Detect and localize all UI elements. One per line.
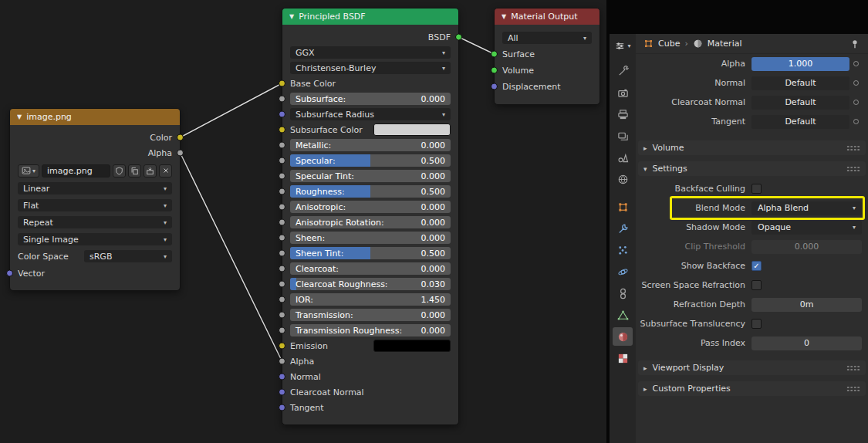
extension-dropdown[interactable]: Repeat ▾: [18, 216, 172, 228]
collapse-arrow-icon[interactable]: ▼: [502, 13, 506, 20]
anisotropic-input-socket[interactable]: [279, 204, 285, 211]
subsurface-slider[interactable]: Subsurface: 0.000: [290, 93, 451, 105]
metallic-input-socket[interactable]: [279, 142, 285, 149]
subsurface-input-socket[interactable]: [279, 96, 285, 103]
panel-settings[interactable]: ▾ Settings: [638, 161, 866, 176]
color-space-dropdown[interactable]: sRGB ▾: [84, 250, 172, 262]
surface-input-socket[interactable]: [491, 51, 498, 58]
projection-dropdown[interactable]: Flat ▾: [18, 199, 172, 211]
tab-object-data[interactable]: [613, 306, 633, 324]
panel-viewport-display[interactable]: ▸ Viewport Display: [638, 360, 866, 375]
tab-tool[interactable]: [613, 62, 633, 80]
subsurface-radius-input-socket[interactable]: [279, 111, 285, 118]
bsdf-output-socket[interactable]: [455, 34, 462, 41]
tab-view-layer[interactable]: [613, 127, 633, 145]
tangent-input-socket[interactable]: [279, 404, 285, 411]
tab-texture[interactable]: [613, 349, 633, 367]
clearcoat-input-socket[interactable]: [279, 265, 285, 272]
emission-input-socket[interactable]: [279, 343, 285, 350]
drag-dots-icon[interactable]: [846, 145, 860, 151]
tab-scene[interactable]: [613, 148, 633, 167]
breadcrumb-material-name[interactable]: Material: [708, 39, 742, 49]
emission-color-swatch[interactable]: [373, 340, 451, 352]
decorator-dot[interactable]: [849, 119, 862, 124]
alpha-output-socket[interactable]: [177, 150, 184, 157]
panel-custom-properties[interactable]: ▸ Custom Properties: [638, 381, 866, 396]
image-texture-node[interactable]: ▼ image.png Color Alpha: [9, 108, 181, 291]
subsurface-color-swatch[interactable]: [373, 123, 451, 136]
metallic-slider[interactable]: Metallic: 0.000: [290, 139, 451, 151]
transmission-roughness-slider[interactable]: Transmission Roughness: 0.000: [290, 324, 451, 336]
breadcrumb-object-name[interactable]: Cube: [658, 39, 680, 49]
fake-user-button[interactable]: [113, 164, 126, 178]
tab-output[interactable]: [613, 105, 633, 123]
tab-particles[interactable]: [613, 241, 633, 259]
anisotropic-rotation-input-socket[interactable]: [279, 219, 285, 226]
tab-modifiers[interactable]: [613, 219, 633, 238]
principled-bsdf-node[interactable]: ▼ Principled BSDF BSDF GGX ▾ Christensen…: [282, 8, 459, 425]
sheen-tint-input-socket[interactable]: [279, 250, 285, 257]
normal-input-socket[interactable]: [279, 374, 285, 380]
sheen-input-socket[interactable]: [279, 235, 285, 242]
pin-button[interactable]: [849, 39, 860, 49]
anisotropic-slider[interactable]: Anisotropic: 0.000: [290, 201, 451, 213]
drag-dots-icon[interactable]: [846, 166, 860, 172]
clearcoat-normal-input-socket[interactable]: [279, 389, 285, 396]
editor-type-button[interactable]: ▾: [610, 37, 635, 54]
principled-node-header[interactable]: ▼ Principled BSDF: [282, 8, 458, 25]
shadow-mode-dropdown[interactable]: Opaque ▾: [751, 221, 862, 235]
tab-render[interactable]: [613, 83, 633, 102]
image-name-field[interactable]: image.png: [42, 164, 110, 178]
color-output-socket[interactable]: [177, 134, 184, 141]
tangent-value-field[interactable]: Default: [751, 115, 849, 129]
screen-space-refraction-checkbox[interactable]: [751, 280, 762, 290]
specular-tint-slider[interactable]: Specular Tint: 0.000: [290, 170, 451, 182]
alpha-input-socket[interactable]: [279, 358, 285, 365]
vector-input-socket[interactable]: [6, 270, 13, 277]
clearcoat-roughness-slider[interactable]: Clearcoat Roughness: 0.030: [290, 278, 451, 290]
transmission-input-socket[interactable]: [279, 312, 285, 319]
clearcoat-slider[interactable]: Clearcoat: 0.000: [290, 262, 451, 275]
specular-tint-input-socket[interactable]: [279, 173, 285, 180]
material-output-node[interactable]: ▼ Material Output All ▾ Surface Volume D…: [494, 8, 600, 105]
ior-input-socket[interactable]: [279, 296, 285, 303]
show-backface-checkbox[interactable]: ✓: [751, 261, 762, 271]
tab-world[interactable]: [613, 170, 633, 188]
specular-input-socket[interactable]: [279, 157, 285, 164]
collapse-arrow-icon[interactable]: ▼: [289, 13, 294, 20]
backface-culling-checkbox[interactable]: [751, 184, 762, 194]
subsurface-translucency-checkbox[interactable]: [751, 319, 762, 329]
refraction-depth-field[interactable]: 0m: [751, 298, 862, 312]
tab-physics[interactable]: [613, 262, 633, 281]
pack-file-button[interactable]: [144, 164, 157, 178]
specular-slider[interactable]: Specular: 0.500: [290, 154, 451, 167]
decorator-dot[interactable]: [849, 61, 862, 66]
pass-index-field[interactable]: 0: [751, 336, 862, 350]
volume-input-socket[interactable]: [491, 67, 498, 74]
image-node-header[interactable]: ▼ image.png: [10, 109, 180, 125]
interpolation-dropdown[interactable]: Linear ▾: [18, 182, 172, 194]
transmission-roughness-input-socket[interactable]: [279, 327, 285, 334]
displacement-input-socket[interactable]: [491, 83, 498, 90]
alpha-value-slider[interactable]: 1.000: [751, 57, 849, 71]
normal-value-field[interactable]: Default: [751, 76, 849, 90]
subsurface-color-input-socket[interactable]: [279, 127, 285, 134]
ior-slider[interactable]: IOR: 1.450: [290, 293, 451, 306]
image-browse-button[interactable]: ▾: [18, 164, 39, 178]
roughness-input-socket[interactable]: [279, 188, 285, 195]
sheen-tint-slider[interactable]: Sheen Tint: 0.500: [290, 247, 451, 259]
source-dropdown[interactable]: Single Image ▾: [18, 233, 172, 245]
transmission-slider[interactable]: Transmission: 0.000: [290, 309, 451, 321]
anisotropic-rotation-slider[interactable]: Anisotropic Rotation: 0.000: [290, 216, 451, 228]
material-output-header[interactable]: ▼ Material Output: [495, 8, 599, 25]
drag-dots-icon[interactable]: [846, 365, 860, 371]
distribution-dropdown[interactable]: GGX ▾: [290, 46, 451, 59]
tab-constraints[interactable]: [613, 284, 633, 303]
sheen-slider[interactable]: Sheen: 0.000: [290, 232, 451, 244]
roughness-slider[interactable]: Roughness: 0.500: [290, 185, 451, 198]
tab-object[interactable]: [613, 198, 633, 216]
unlink-datablock-button[interactable]: [159, 164, 172, 178]
output-target-dropdown[interactable]: All ▾: [502, 32, 592, 44]
duplicate-datablock-button[interactable]: [128, 164, 141, 178]
clearcoat-normal-value-field[interactable]: Default: [751, 96, 849, 110]
